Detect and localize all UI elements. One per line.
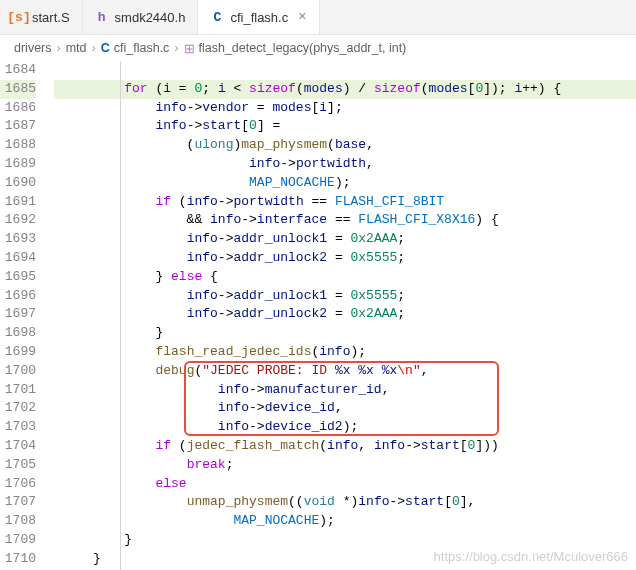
chevron-right-icon: ›: [174, 41, 178, 55]
breadcrumb: drivers › mtd › C cfi_flash.c › ⊞ flash_…: [0, 35, 636, 61]
breadcrumb-item-function[interactable]: ⊞ flash_detect_legacy(phys_addr_t, int): [184, 41, 407, 56]
chevron-right-icon: ›: [92, 41, 96, 55]
tab-label: start.S: [32, 10, 70, 25]
function-icon: ⊞: [184, 41, 195, 56]
tab-start-s[interactable]: [s] start.S: [0, 0, 83, 34]
breadcrumb-item-drivers[interactable]: drivers: [14, 41, 52, 55]
breadcrumb-item-file[interactable]: C cfi_flash.c: [101, 41, 170, 55]
code-content[interactable]: for (i = 0; i < sizeof(modes) / sizeof(m…: [54, 61, 636, 570]
asm-file-icon: [s]: [12, 10, 26, 24]
tab-smdk2440-h[interactable]: h smdk2440.h: [83, 0, 199, 34]
breadcrumb-item-mtd[interactable]: mtd: [66, 41, 87, 55]
tab-cfi-flash-c[interactable]: C cfi_flash.c ×: [198, 0, 319, 34]
header-file-icon: h: [95, 10, 109, 24]
c-file-icon: C: [101, 41, 110, 55]
tab-label: smdk2440.h: [115, 10, 186, 25]
line-gutter: 1684 1685 1686 1687 1688 1689 1690 1691 …: [0, 61, 54, 570]
code-editor[interactable]: 1684 1685 1686 1687 1688 1689 1690 1691 …: [0, 61, 636, 570]
tabs-bar: [s] start.S h smdk2440.h C cfi_flash.c ×: [0, 0, 636, 35]
c-file-icon: C: [210, 10, 224, 24]
tab-label: cfi_flash.c: [230, 10, 288, 25]
chevron-right-icon: ›: [57, 41, 61, 55]
close-icon[interactable]: ×: [298, 9, 306, 25]
